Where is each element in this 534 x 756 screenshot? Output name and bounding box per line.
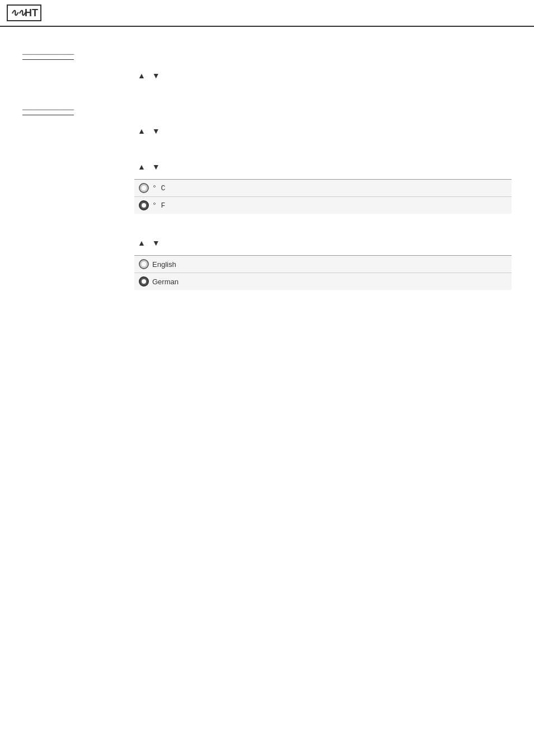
header: ∿∿ HT [0,0,534,27]
section-3-up-button[interactable] [134,160,149,173]
section-2-label: ────────── [22,105,74,115]
logo-wave: ∿∿ [10,7,25,19]
radio-german [139,276,149,287]
option-english[interactable]: English [134,256,512,273]
logo-ht: HT [25,7,38,19]
temperature-option-list: ° C ° F [134,179,512,214]
section-1-down-button[interactable] [149,69,163,82]
section-2: ────────── [22,105,512,138]
section-1-up-button[interactable] [134,69,149,82]
section-4-down-button[interactable] [149,236,163,250]
option-fahrenheit-label: ° F [152,201,165,210]
section-4-controls [134,236,512,250]
option-celsius[interactable]: ° C [134,180,512,197]
logo: ∿∿ HT [7,4,41,21]
section-2-down-button[interactable] [149,124,163,138]
section-4-up-button[interactable] [134,236,149,250]
radio-english-inner [142,262,146,266]
main-content: ────────── ────────── ° C [0,38,534,323]
section-1: ────────── [22,49,512,82]
section-4: English German [22,236,512,290]
option-fahrenheit[interactable]: ° F [134,197,512,214]
option-celsius-label: ° C [152,184,165,192]
section-1-controls [134,69,512,82]
section-3-down-button[interactable] [149,160,163,173]
section-1-label: ────────── [22,50,74,60]
option-english-label: English [152,260,176,269]
radio-celsius [139,183,149,193]
option-german-label: German [152,278,179,286]
language-option-list: English German [134,255,512,290]
radio-celsius-inner [142,186,146,190]
radio-fahrenheit [139,200,149,210]
radio-english [139,259,149,269]
section-2-controls [134,124,512,138]
radio-german-inner [142,279,146,284]
section-3: ° C ° F [22,160,512,214]
section-3-controls [134,160,512,173]
option-german[interactable]: German [134,273,512,290]
radio-fahrenheit-inner [142,203,146,208]
section-2-up-button[interactable] [134,124,149,138]
